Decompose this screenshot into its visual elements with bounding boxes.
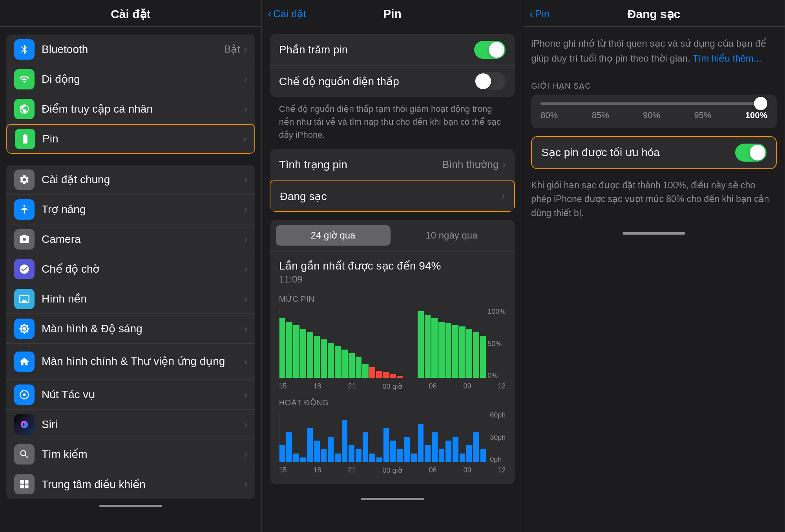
activity-bar-10 — [349, 445, 354, 462]
tick-90: 90% — [643, 110, 660, 120]
settings-item-display[interactable]: Màn hình & Độ sáng › — [6, 314, 255, 344]
tab-24h[interactable]: 24 giờ qua — [276, 225, 391, 246]
y-label-60ph: 60ph — [490, 411, 506, 419]
battery-bar-14 — [376, 371, 382, 378]
optimized-charging-card: Sạc pin được tối ưu hóa — [531, 136, 777, 169]
optimized-toggle[interactable] — [735, 144, 767, 162]
slider-thumb[interactable] — [754, 97, 767, 110]
back-chevron-p3: ‹ — [529, 9, 533, 20]
panel-charging: ‹ Pin Đang sạc iPhone ghi nhớ từ thói qu… — [523, 0, 785, 532]
activity-bar-3 — [300, 457, 306, 462]
battery-percent-row[interactable]: Phần trăm pin — [270, 34, 515, 66]
low-power-label: Chế độ nguồn điện thấp — [279, 75, 475, 88]
battery-label: Pin — [42, 133, 243, 145]
battery-chart-section: MỨC PIN 100% 50% 0% 15 18 21 00 giờ — [270, 289, 515, 392]
battery-bar-7 — [328, 343, 334, 378]
battery-chevron: › — [243, 133, 246, 144]
battery-bar-9 — [341, 350, 348, 378]
optimized-row[interactable]: Sạc pin được tối ưu hóa — [532, 137, 776, 168]
y-label-0: 0% — [487, 372, 506, 380]
battery-bar-23 — [438, 322, 445, 378]
charging-row[interactable]: Đang sạc › — [270, 180, 515, 212]
camera-label: Camera — [42, 233, 244, 246]
display-icon — [14, 319, 35, 339]
battery-bar-22 — [431, 318, 438, 378]
bluetooth-icon — [14, 39, 35, 60]
learn-more-link[interactable]: Tìm hiểu thêm... — [693, 53, 761, 64]
search-icon — [14, 444, 35, 465]
optimized-description: Khi giới hạn sạc được đặt thành 100%, đi… — [531, 175, 777, 228]
activity-bar-12 — [363, 432, 369, 462]
low-power-description: Chế độ nguồn điện thấp tạm thời giảm hoạ… — [270, 97, 515, 149]
battery-status-card: Tình trạng pin Bình thường › Đang sạc › — [270, 149, 515, 212]
y-label-0ph: 0ph — [490, 455, 506, 464]
settings-group-top: Bluetooth Bật › Di động › Điểm truy cập … — [6, 35, 255, 154]
settings-title: Cài đặt — [111, 7, 150, 21]
charging-content: iPhone ghi nhớ từ thói quen sạc và sử dụ… — [523, 27, 785, 532]
activity-bar-5 — [314, 441, 320, 462]
battery-bar-1 — [286, 322, 292, 378]
settings-item-search[interactable]: Tìm kiếm › — [6, 439, 255, 469]
settings-item-siri[interactable]: Siri › — [6, 410, 255, 439]
battery-status-row[interactable]: Tình trạng pin Bình thường › — [270, 149, 515, 180]
settings-item-control-center[interactable]: Trung tâm điều khiển › — [6, 469, 255, 499]
home-indicator-p3 — [531, 228, 777, 242]
cellular-label: Di động — [42, 73, 244, 86]
settings-item-general[interactable]: Cài đặt chung › — [6, 165, 255, 195]
settings-item-hotspot[interactable]: Điểm truy cập cá nhân › — [6, 94, 255, 124]
slider-ticks: 80% 85% 90% 95% 100% — [540, 110, 767, 120]
activity-bar-15 — [383, 428, 389, 462]
tick-95: 95% — [694, 110, 711, 120]
hotspot-chevron: › — [244, 104, 247, 115]
tab-10d[interactable]: 10 ngày qua — [394, 225, 509, 246]
settings-item-homescreen[interactable]: Màn hình chính & Thư viện ứng dụng › — [6, 344, 255, 380]
settings-item-cellular[interactable]: Di động › — [6, 64, 255, 94]
settings-item-battery[interactable]: Pin › — [6, 124, 255, 154]
battery-bar-21 — [425, 315, 431, 378]
back-to-settings[interactable]: ‹ Cài đặt — [268, 8, 306, 20]
low-power-toggle[interactable] — [474, 72, 506, 90]
battery-bar-25 — [452, 325, 458, 378]
settings-item-wallpaper[interactable]: Hình nền › — [6, 284, 255, 314]
battery-bar-10 — [349, 353, 355, 378]
y-label-50: 50% — [487, 340, 506, 348]
focus-icon — [14, 259, 35, 279]
tick-100: 100% — [745, 110, 767, 120]
home-indicator-p1 — [0, 499, 261, 513]
back-to-battery[interactable]: ‹ Pin — [529, 8, 550, 20]
settings-item-bluetooth[interactable]: Bluetooth Bật › — [6, 35, 255, 64]
accessibility-icon — [14, 199, 35, 220]
stats-info: Lần gần nhất được sạc đến 94% 11:09 — [270, 251, 515, 289]
back-label[interactable]: Cài đặt — [273, 8, 306, 20]
control-center-icon — [14, 474, 35, 494]
siri-label: Siri — [42, 418, 244, 431]
battery-bar-4 — [307, 332, 313, 378]
settings-item-action-button[interactable]: Nút Tác vụ › — [6, 380, 255, 410]
battery-bar-12 — [362, 364, 369, 378]
home-bar-p1 — [99, 505, 162, 507]
battery-bar-2 — [293, 325, 299, 378]
stats-tabs: 24 giờ qua 10 ngày qua — [270, 220, 515, 251]
low-power-row[interactable]: Chế độ nguồn điện thấp — [270, 66, 515, 97]
activity-bar-27 — [466, 445, 472, 462]
settings-item-accessibility[interactable]: Trợ năng › — [6, 195, 255, 224]
charging-description: iPhone ghi nhớ từ thói quen sạc và sử dụ… — [531, 27, 777, 76]
cellular-icon — [14, 69, 35, 89]
search-label: Tìm kiếm — [42, 448, 244, 461]
action-button-label: Nút Tác vụ — [42, 388, 244, 401]
battery-chart-wrapper: 100% 50% 0% — [279, 308, 506, 381]
settings-item-focus[interactable]: Chế độ chờ › — [6, 254, 255, 284]
back-label-p3[interactable]: Pin — [535, 8, 550, 20]
y-label-100: 100% — [487, 308, 506, 316]
battery-stats-card: 24 giờ qua 10 ngày qua Lần gần nhất được… — [270, 220, 515, 484]
settings-item-camera[interactable]: Camera › — [6, 224, 255, 254]
activity-bar-6 — [321, 449, 327, 462]
battery-bar-3 — [300, 329, 307, 378]
cellular-chevron: › — [244, 74, 247, 85]
charging-slider-track[interactable] — [540, 102, 767, 105]
activity-bar-25 — [453, 437, 458, 462]
activity-bar-9 — [342, 420, 348, 462]
battery-content: Phần trăm pin Chế độ nguồn điện thấp Chế… — [262, 26, 523, 532]
home-bar-p2 — [361, 498, 424, 500]
battery-percent-toggle[interactable] — [474, 41, 506, 59]
